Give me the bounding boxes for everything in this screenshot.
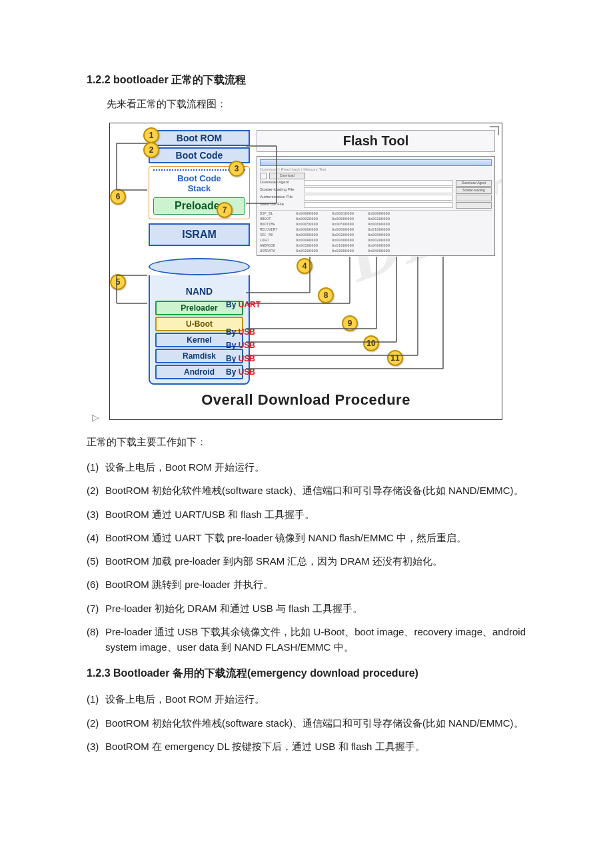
fw-field-row: Download AgentDownload Agent [260,180,492,187]
normal-download-steps: (1)设备上电后，Boot ROM 开始运行。(2)BootROM 初始化软件堆… [87,459,526,655]
fw-table-cell: 0x00060000 [332,216,362,221]
step-text: BootROM 通过 UART 下载 pre-loader 镜像到 NAND f… [105,532,466,543]
step-text: 设备上电后，Boot ROM 开始运行。 [105,461,265,473]
diagram-caption: Overall Download Procedure [117,391,495,409]
badge-1: 1 [143,127,159,143]
fw-table-cell: 0x00800000 [368,232,398,237]
badge-10: 10 [363,335,379,351]
emergency-download-steps: (1)设备上电后，Boot ROM 开始运行。(2)BootROM 初始化软件堆… [87,691,526,754]
badge-8: 8 [318,287,334,303]
lead-text-1: 先来看正常的下载流程图： [87,98,526,111]
fw-field-button[interactable]: Download Agent [456,180,492,187]
badge-7: 7 [217,202,233,218]
step-number: (1) [87,459,99,475]
step-number: (7) [87,601,99,616]
continuation-arrow-icon: ▷ [92,412,99,423]
step-item: (1)设备上电后，Boot ROM 开始运行。 [87,459,526,475]
fw-table-cell: 0x00060000 [296,227,326,232]
after-text-1: 正常的下载主要工作如下： [87,436,526,449]
step-item: (6)BootROM 跳转到 pre-loader 并执行。 [87,577,526,592]
fw-field-row: Nand Util File [260,202,492,209]
step-number: (5) [87,553,99,569]
by-usb-label-4: By USB [226,367,255,377]
fw-download-btn[interactable]: Download [269,173,305,179]
boot-rom-box: Boot ROM [149,130,250,146]
fw-table-cell: 0x00200000 [296,248,326,253]
step-text: Pre-loader 初始化 DRAM 和通过 USB 与 flash 工具握手… [105,603,362,614]
fw-table-row: UBOOT0x000200000x000600000x00100000 [260,216,492,221]
fw-field-input[interactable] [304,187,453,193]
fw-table-cell: 0x06000000 [368,243,398,248]
step-item: (2)BootROM 初始化软件堆栈(software stack)、通信端口和… [87,483,526,498]
fw-field-button[interactable]: Scatter-loading [456,187,492,194]
by-uart-label: By UART [226,300,261,309]
step-text: BootROM 初始化软件堆栈(software stack)、通信端口和可引导… [105,717,524,729]
fw-field-button[interactable] [456,195,492,201]
by-usb-label-3: By USB [226,354,255,363]
badge-2: 2 [143,142,159,158]
badge-5: 5 [110,274,126,290]
fw-table-cell: 0x00050000 [296,221,326,227]
fw-field-label: Authentication File [260,195,301,201]
fw-table-cell: USRDATA [260,248,291,253]
fw-field-row: Scatter-loading FileScatter-loading [260,187,492,194]
badge-9: 9 [342,315,358,331]
nand-label: NAND [155,286,243,297]
fw-field-button[interactable] [456,202,492,209]
step-text: BootROM 跳转到 pre-loader 并执行。 [105,579,273,590]
step-text: Pre-loader 通过 USB 下载其余镜像文件，比如 U-Boot、boo… [105,626,526,653]
step-item: (8)Pre-loader 通过 USB 下载其余镜像文件，比如 U-Boot、… [87,624,526,655]
fw-table-cell: 0x02000000 [332,248,362,253]
badge-3: 3 [229,161,245,177]
by-usb-label-1: By USB [226,327,255,337]
fw-table-row: RECOVERY0x000600000x006000000x01000000 [260,227,492,232]
step-item: (4)BootROM 通过 UART 下载 pre-loader 镜像到 NAN… [87,530,526,545]
badge-11: 11 [387,350,403,366]
fw-table-cell: 0x00020000 [296,216,326,221]
fw-tabs: Download | Read back | Memory Test [260,167,492,171]
step-number: (3) [87,739,99,754]
fw-table-row: ANDROID0x001000000x010000000x06000000 [260,243,492,248]
step-text: 设备上电后，Boot ROM 开始运行。 [105,693,265,705]
fw-partition-table: DSP_BL0x000000000x000100000x00000000UBOO… [260,210,492,253]
fw-field-input[interactable] [304,195,453,201]
step-item: (2)BootROM 初始化软件堆栈(software stack)、通信端口和… [87,715,526,731]
fw-table-cell: 0x00100000 [296,243,326,248]
step-number: (2) [87,483,99,498]
fw-table-cell: BOOTIMG [260,221,291,227]
step-item: (1)设备上电后，Boot ROM 开始运行。 [87,691,526,707]
flash-tool-window: Download | Read back | Memory Test Downl… [257,156,495,256]
fw-table-cell: RECOVERY [260,227,291,232]
heading-1-2-2: 1.2.2 bootloader 正常的下载流程 [87,73,526,87]
badge-6: 6 [110,189,126,205]
fw-table-row: DSP_BL0x000000000x000100000x00000000 [260,211,492,216]
step-item: (3)BootROM 在 emergency DL 按键按下后，通过 USB 和… [87,739,526,754]
flash-tool-title: Flash Tool [257,130,495,152]
fw-table-row: SEC_RO0x000800000x002000000x00800000 [260,232,492,237]
fw-table-cell: 0x00000000 [296,211,326,216]
fw-table-cell: ANDROID [260,243,291,248]
fw-table-cell: 0x00000000 [368,211,398,216]
fw-table-row: USRDATA0x002000000x020000000x08000000 [260,248,492,253]
step-number: (3) [87,507,99,522]
fw-table-cell: 0x00800000 [368,221,398,227]
step-text: BootROM 在 emergency DL 按键按下后，通过 USB 和 fl… [105,741,425,752]
step-number: (6) [87,577,99,592]
badge-4: 4 [297,258,312,274]
step-number: (1) [87,691,99,707]
by-usb-label-2: By USB [226,341,255,350]
fw-field-input[interactable] [304,180,453,186]
fw-table-cell: 0x00080000 [296,232,326,237]
diagram-right-column: Flash Tool Download | Read back | Memory… [257,130,495,256]
fw-table-cell: 0x000A0000 [296,237,326,243]
step-number: (2) [87,715,99,731]
step-item: (3)BootROM 通过 UART/USB 和 flash 工具握手。 [87,507,526,522]
fw-field-label: Nand Util File [260,202,301,209]
fw-field-input[interactable] [304,202,453,208]
step-number: (4) [87,530,99,545]
fw-table-cell: DSP_BL [260,211,291,216]
fw-table-cell: 0x00100000 [368,216,398,221]
fw-table-row: LOGO0x000A00000x008000000x00200000 [260,237,492,243]
fw-field-label: Download Agent [260,180,301,187]
boot-code-stack-label: Boot Code Stack [153,173,245,193]
